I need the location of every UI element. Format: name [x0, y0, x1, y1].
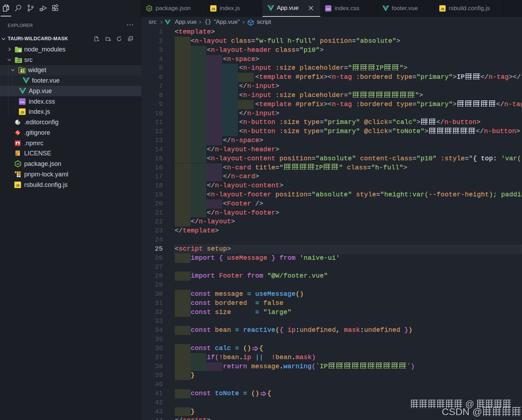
- svg-text:JS: JS: [147, 7, 151, 10]
- svg-text:JS: JS: [16, 184, 20, 187]
- svg-text:JS: JS: [16, 162, 19, 166]
- svg-text:JS: JS: [20, 111, 24, 114]
- svg-text:</>: </>: [17, 59, 21, 62]
- svg-text:JS: JS: [211, 7, 215, 11]
- svg-text:JS: JS: [440, 7, 444, 11]
- svg-text:css: css: [20, 100, 25, 104]
- svg-text:css: css: [326, 7, 330, 10]
